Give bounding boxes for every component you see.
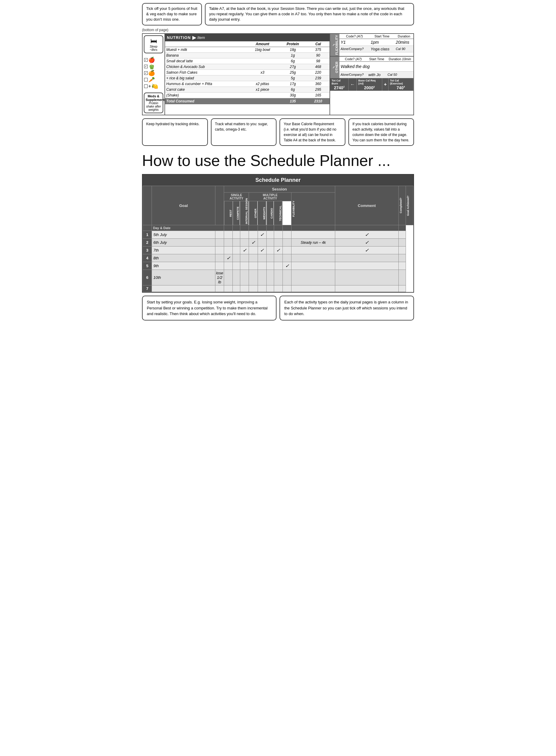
nutrition-cal: 90 <box>307 52 329 58</box>
nutrition-item: Small decaf latte <box>165 58 246 64</box>
nutrition-cal: 220 <box>307 70 329 75</box>
other-table: Code? (A7) Start Time Duration 10min Wal… <box>339 57 413 78</box>
tot-cal-exercise-cell: Tot Cal (Exercise) 740x <box>388 78 413 91</box>
main-content-block: 🛏 Sleep ~8hrs ✓ 🍎 ✓ 🫑 ✓ 🍊 🥕 + <box>142 33 414 115</box>
sched-num-col <box>143 225 152 231</box>
sched-row-flexibility <box>282 247 291 254</box>
sched-row-achieved <box>398 270 406 285</box>
sched-row-rest <box>224 285 233 292</box>
col-cal: Cal <box>307 41 329 47</box>
flexibility-checkmark: ✓ <box>331 43 335 47</box>
nutrition-protein: 1g <box>279 52 307 58</box>
left-panel: 🛏 Sleep ~8hrs ✓ 🍎 ✓ 🫑 ✓ 🍊 🥕 + <box>143 34 165 115</box>
sched-row-comment <box>291 285 335 292</box>
flexibility-section: ✓ FLEXIBILITY Code? (A7) Start Time Dura… <box>330 34 413 56</box>
sched-row-weights <box>257 239 266 247</box>
right-panel: ✓ FLEXIBILITY Code? (A7) Start Time Dura… <box>329 34 413 115</box>
nutrition-protein: 27g <box>279 64 307 70</box>
bottom-callout-3: Your Base Calorie Requirement (i.e. what… <box>279 118 345 146</box>
fruit-icon-3: 🍊 <box>148 70 155 76</box>
sched-row-comment <box>291 231 335 239</box>
nutrition-item: Hummus & cucumber + Pitta <box>165 81 246 86</box>
sched-flexibility-col-header: FLEXIBILITY <box>291 192 335 225</box>
other-data-row: Walked the dog <box>339 62 413 71</box>
sched-comment-header: Comment <box>335 186 398 225</box>
nutrition-item: Salmon Fish Cakes <box>165 70 246 75</box>
sleep-box: 🛏 Sleep ~8hrs <box>144 35 163 53</box>
sched-row-num: 1 <box>143 231 152 239</box>
tot-cal-burn-value: 2740z <box>334 85 345 90</box>
sched-interval-sub <box>240 225 249 231</box>
nutrition-arrow: ▶ <box>192 35 196 40</box>
sched-cardio-sub <box>267 225 274 231</box>
sched-row-goal: lose 1/2 lb <box>215 270 224 285</box>
sched-row-technical: ✓ <box>274 247 282 254</box>
flex-alone-detail: Yoga class <box>369 45 394 52</box>
sched-other-sub <box>249 225 257 231</box>
check-5[interactable] <box>144 84 148 88</box>
sched-day-date-label: Day & Date <box>152 225 224 231</box>
check-row-5: + 🍋 <box>144 83 163 89</box>
sched-row-compete <box>233 254 240 262</box>
sched-rest-sub <box>224 225 233 231</box>
other-section: ✓ OTHER Code? (A7) Start Time Duration 1… <box>330 57 413 78</box>
nutrition-row: Banana 1g 90 <box>165 52 329 58</box>
sched-row-flexibility <box>282 285 291 292</box>
sched-row-rest <box>224 231 233 239</box>
nutrition-item: Chicken & Avocado Sub <box>165 64 246 70</box>
schedule-container: Schedule Planner Goal Session Comment Co… <box>142 174 414 293</box>
sched-row-completed: ✓ <box>335 247 398 254</box>
schedule-table: Goal Session Comment Completed? Goal Ach… <box>143 186 413 292</box>
sched-row-achieved <box>398 262 406 270</box>
sched-divider-1 <box>215 186 224 225</box>
nutrition-amount <box>246 58 279 64</box>
sched-row-other <box>249 262 257 270</box>
nutrition-row: (Shake) 30g 165 <box>165 92 329 98</box>
sched-completed-header: Completed? <box>398 186 406 225</box>
top-callout-boxes: Tick off your 5 portions of fruit & veg … <box>142 3 414 26</box>
sched-row-technical <box>274 270 282 285</box>
nutrition-protein: 17g <box>279 81 307 86</box>
sched-row-compete <box>233 262 240 270</box>
sched-row-achieved <box>398 231 406 239</box>
schedule-data-row: 6 10th lose 1/2 lb <box>143 270 413 285</box>
check-1[interactable]: ✓ <box>144 58 148 62</box>
flex-cal: Cal 90 <box>394 45 413 52</box>
sched-row-other <box>249 285 257 292</box>
bottom-callout-boxes: Keep hydrated by tracking drinks. Track … <box>142 118 414 146</box>
flex-start: 1pm <box>369 39 394 45</box>
nutrition-amount: x2 pittas <box>246 81 279 86</box>
nutrition-cal: 375 <box>307 47 329 52</box>
check-4[interactable] <box>144 78 148 81</box>
check-2[interactable]: ✓ <box>144 65 148 68</box>
flex-header-row: Code? (A7) Start Time Duration <box>339 34 413 39</box>
sched-row-interval <box>240 231 249 239</box>
nutrition-protein: 18g <box>279 47 307 52</box>
sched-day-date: 9th <box>152 262 215 270</box>
cal-burn-footer: Tot Cal Burn 2740z ← Base Cal Req (A4) 2… <box>330 78 413 91</box>
bottom-callout-4: If you track calories burned during each… <box>348 118 414 146</box>
sched-achieved-sub <box>398 225 406 231</box>
flexibility-label-vertical: ✓ FLEXIBILITY <box>330 34 339 56</box>
top-callout-left: Tick off your 5 portions of fruit & veg … <box>142 3 202 26</box>
col-protein: Protein <box>279 41 307 47</box>
top-callout-right: Table A7, at the back of the book, is yo… <box>205 3 414 26</box>
sched-goal-header: Goal <box>152 186 215 225</box>
check-3[interactable]: ✓ <box>144 71 148 75</box>
sched-row-weights <box>257 254 266 262</box>
nutrition-amount <box>246 52 279 58</box>
other-text: OTHER <box>335 62 339 73</box>
other-alone-row: Alone/Company? with Jo Cal 50 <box>339 71 413 78</box>
flex-col-duration: Duration <box>394 34 413 39</box>
meds-box: Meds & Supplements Protein shake after w… <box>144 93 163 113</box>
nutrition-item: Banana <box>165 52 246 58</box>
sched-multiple-header: MULTIPLE ACTIVITY <box>249 192 291 201</box>
other-activity: Walked the dog <box>339 62 413 71</box>
sched-day-date: 6th July <box>152 239 215 247</box>
nutrition-row: Hummus & cucumber + Pitta x2 pittas 17g … <box>165 81 329 86</box>
sched-row-other: ✓ <box>249 239 257 247</box>
other-content: Code? (A7) Start Time Duration 10min Wal… <box>339 57 413 78</box>
sleep-label: Sleep ~8hrs <box>146 45 162 51</box>
base-cal-cell: Base Cal Req (A4) 2000y <box>357 78 382 91</box>
schedule-data-row: 1 5th July ✓ ✓ <box>143 231 413 239</box>
